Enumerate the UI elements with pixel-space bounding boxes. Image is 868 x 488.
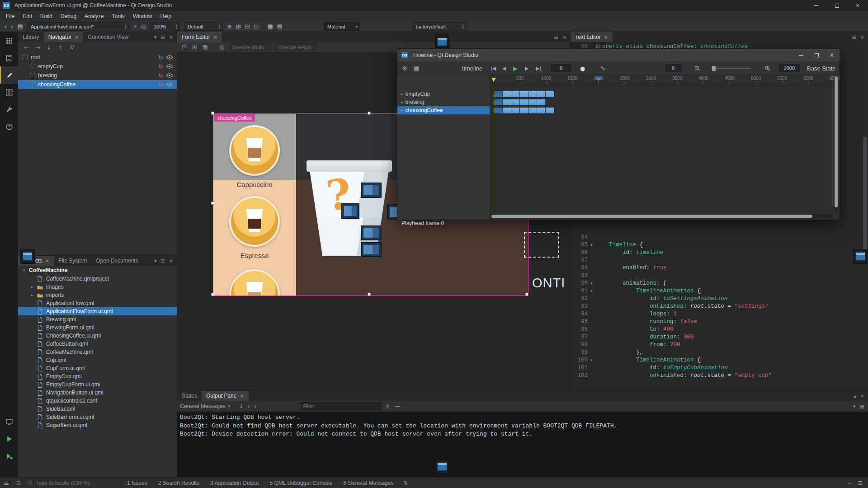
coffee-item-latte[interactable] bbox=[229, 269, 280, 296]
timeline-hscrollbar[interactable] bbox=[491, 214, 832, 218]
selection-handle[interactable] bbox=[211, 202, 214, 205]
sugar-cube-icon[interactable] bbox=[361, 242, 382, 257]
timeline-titlebar[interactable]: DS Timeline - Qt Design Studio × bbox=[397, 49, 840, 61]
show-lines-icon[interactable]: ▤ bbox=[277, 23, 283, 29]
keyframe-cell[interactable] bbox=[511, 91, 520, 97]
alias-export-icon[interactable]: ↻ bbox=[158, 64, 163, 70]
spinner-icon[interactable]: ▲▼ bbox=[462, 24, 464, 29]
timeline-track-choosingCoffee[interactable]: ▸choosingCoffee bbox=[397, 106, 490, 114]
timeline-step-back-button[interactable]: ◀ bbox=[502, 61, 506, 75]
keyframe-cell[interactable] bbox=[511, 99, 520, 105]
tab-open-documents[interactable]: Open Documents bbox=[91, 256, 142, 266]
menu-item-window[interactable]: Window bbox=[129, 11, 156, 21]
code-line[interactable]: 93onFinished: root.state = "settings" bbox=[571, 303, 862, 310]
coffee-item-espresso[interactable] bbox=[229, 196, 280, 247]
code-line[interactable]: 96to: 400 bbox=[571, 326, 862, 333]
dock-indicator-left[interactable] bbox=[20, 249, 35, 264]
code-line[interactable]: 99}, bbox=[571, 349, 862, 357]
project-file-emptycup-qml[interactable]: EmptyCup.qml bbox=[18, 372, 177, 380]
maximize-button[interactable] bbox=[809, 49, 824, 61]
locator-field[interactable] bbox=[24, 478, 122, 488]
project-file-sidebarform-ui-qml[interactable]: SideBarForm.ui.qml bbox=[18, 413, 177, 421]
keyframe-cell[interactable] bbox=[520, 99, 528, 105]
panel-split-icon[interactable]: ▤ bbox=[860, 404, 864, 409]
timeline-vscrollbar[interactable] bbox=[834, 76, 838, 212]
navigator-back-icon[interactable]: ← bbox=[24, 44, 29, 51]
keyframe-cell[interactable] bbox=[537, 99, 546, 105]
sugar-cube-icon[interactable] bbox=[341, 203, 359, 219]
locator-input[interactable] bbox=[36, 480, 113, 486]
components-mode-button[interactable] bbox=[0, 84, 18, 101]
panel-dropdown-icon[interactable]: ▾ bbox=[154, 34, 157, 40]
code-line[interactable]: 97duration: 300 bbox=[571, 333, 862, 341]
spinner-icon[interactable]: ▲▼ bbox=[124, 24, 127, 29]
resize-tool-icon[interactable]: ▦ bbox=[203, 44, 208, 50]
timeline-to-start-button[interactable]: |◀ bbox=[491, 61, 496, 75]
show-grid-icon[interactable]: ▦ bbox=[268, 23, 273, 29]
selection-handle[interactable] bbox=[211, 293, 214, 296]
forward-button[interactable]: › bbox=[11, 23, 13, 30]
navigator-filter-icon[interactable] bbox=[69, 44, 75, 52]
end-frame-marker[interactable] bbox=[596, 78, 601, 81]
panel-close-icon[interactable]: × bbox=[860, 393, 864, 399]
status-pane-1[interactable]: 1 Issues bbox=[122, 480, 153, 486]
keyframe-cell[interactable] bbox=[528, 108, 537, 113]
keyframe-cell[interactable] bbox=[520, 91, 528, 97]
sugar-cube-icon[interactable] bbox=[361, 225, 382, 240]
move-tool-icon[interactable]: ⊞ bbox=[192, 44, 197, 50]
playhead-frame-input[interactable] bbox=[551, 64, 571, 72]
item-size-icon[interactable]: ⊡ bbox=[254, 23, 259, 29]
curve-editor-icon[interactable]: ∿ bbox=[600, 61, 606, 75]
spinner-icon[interactable]: ▲▼ bbox=[175, 24, 178, 29]
keyframe-bar[interactable] bbox=[494, 107, 555, 114]
project-file-applicationflow-qml[interactable]: ApplicationFlow.qml bbox=[18, 299, 177, 307]
project-file-applicationflowform-ui-qml[interactable]: ApplicationFlowForm.ui.qml bbox=[18, 307, 177, 315]
navigator-item-emptyCup[interactable]: emptyCup↻ bbox=[18, 62, 177, 71]
apps-mode-button[interactable] bbox=[0, 32, 18, 49]
split-view-icon[interactable]: ⊟ bbox=[13, 480, 24, 486]
project-file-coffeemachine-qml[interactable]: CoffeeMachine.qml bbox=[18, 348, 177, 356]
project-file-images[interactable]: ▸images bbox=[18, 283, 177, 291]
panel-split-icon[interactable]: ⊞ bbox=[852, 34, 856, 40]
alias-export-icon[interactable]: ↻ bbox=[158, 73, 163, 79]
visibility-eye-icon[interactable] bbox=[166, 54, 173, 61]
code-line[interactable]: 101id: toEmptyCubAnimation bbox=[571, 364, 862, 372]
keyframe-cell[interactable] bbox=[494, 99, 503, 105]
alias-export-icon[interactable]: ↻ bbox=[158, 55, 163, 61]
tab-file-system[interactable]: File System bbox=[54, 256, 92, 266]
chevron-down-icon[interactable]: ▾ bbox=[853, 404, 856, 409]
project-file-sugaritem-ui-qml[interactable]: SugarItem.ui.qml bbox=[18, 421, 177, 429]
navigator-move-down-icon[interactable]: ↓ bbox=[47, 44, 52, 51]
panel-close-icon[interactable]: × bbox=[562, 34, 566, 40]
panel-dropdown-icon[interactable]: ▾ bbox=[154, 258, 157, 264]
project-file-cup-qml[interactable]: Cup.qml bbox=[18, 356, 177, 364]
bounding-rects-icon[interactable]: ⊟ bbox=[245, 23, 250, 29]
dock-indicator-top[interactable] bbox=[435, 34, 449, 49]
help-mode-button[interactable] bbox=[0, 118, 18, 135]
panel-close-icon[interactable]: × bbox=[169, 258, 173, 264]
navigator-item-choosingCoffee[interactable]: choosingCoffee↻ bbox=[18, 80, 177, 89]
project-file-imports[interactable]: ▸imports bbox=[18, 291, 177, 299]
keyframe-bar[interactable] bbox=[494, 91, 555, 98]
tab-form-editor[interactable]: Form Editor× bbox=[177, 32, 222, 42]
keyframe-cell[interactable] bbox=[537, 91, 546, 97]
keyframe-bar[interactable] bbox=[494, 99, 546, 106]
code-line[interactable]: 87 bbox=[571, 257, 862, 264]
selection-handle[interactable] bbox=[525, 293, 528, 296]
tab-close-icon[interactable]: × bbox=[45, 258, 49, 264]
menu-item-file[interactable]: File bbox=[2, 11, 19, 21]
zoom-out-button[interactable]: − bbox=[395, 402, 401, 410]
filter-input[interactable] bbox=[301, 402, 381, 410]
previous-output-icon[interactable]: ‹ bbox=[247, 403, 250, 410]
visibility-eye-icon[interactable] bbox=[166, 63, 173, 70]
fold-marker-icon[interactable]: ▾ bbox=[588, 287, 595, 295]
keyframe-cell[interactable] bbox=[528, 99, 537, 105]
timeline-track-emptyCup[interactable]: ▸emptyCup bbox=[397, 90, 490, 98]
playhead-marker[interactable] bbox=[491, 78, 496, 82]
end-frame-input[interactable] bbox=[779, 64, 800, 72]
timeline-zoom-slider[interactable] bbox=[711, 61, 751, 75]
status-pane-5[interactable]: 6 General Messages bbox=[338, 480, 399, 486]
navigator-item-brewing[interactable]: brewing↻ bbox=[18, 71, 177, 80]
base-state-button[interactable]: Base State bbox=[807, 61, 836, 75]
tab-library[interactable]: Library bbox=[18, 32, 44, 42]
